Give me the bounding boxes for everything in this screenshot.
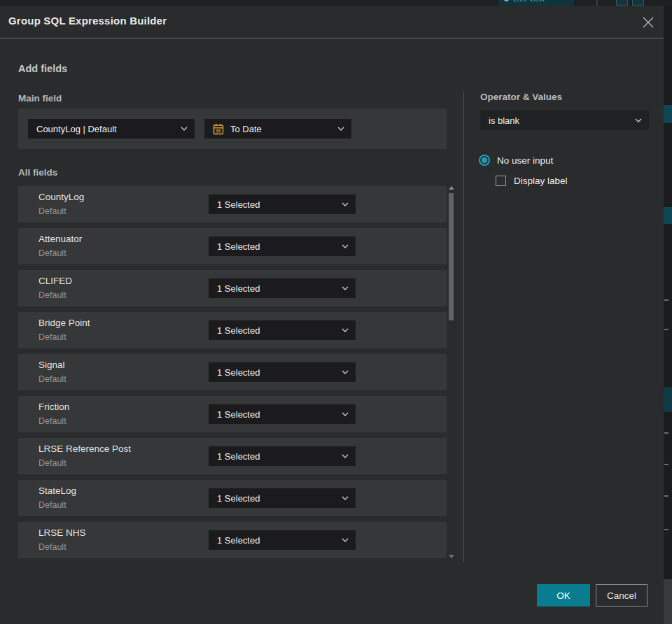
live-view-label: Live view <box>513 0 545 3</box>
background-toolbar-strip: Live view <box>0 0 672 6</box>
close-icon <box>642 16 654 29</box>
field-selection-dropdown[interactable]: 1 Selected <box>209 320 356 340</box>
dialog-header: Group SQL Expression Builder <box>0 6 664 38</box>
chevron-down-icon <box>342 496 349 500</box>
scroll-up-icon[interactable] <box>449 186 454 190</box>
live-view-button[interactable]: Live view <box>498 0 574 6</box>
field-name: CLIFED <box>38 276 72 286</box>
live-view-dot-icon <box>504 0 509 1</box>
operator-dropdown-value: is blank <box>489 115 629 126</box>
field-sublabel: Default <box>38 374 66 384</box>
field-name: Bridge Point <box>38 318 90 328</box>
toolbar-separator <box>596 0 598 6</box>
field-selection-dropdown[interactable]: 1 Selected <box>209 488 356 508</box>
close-button[interactable] <box>638 13 658 32</box>
all-fields-label: All fields <box>18 167 57 178</box>
operator-dropdown[interactable]: is blank <box>480 111 649 130</box>
field-name: LRSE NHS <box>38 527 86 538</box>
toolbar-button-fragment <box>616 0 628 6</box>
main-field-panel: CountyLog | Default To Date <box>18 108 447 149</box>
field-row-clifed: CLIFED Default 1 Selected <box>18 270 447 306</box>
chevron-down-icon <box>342 454 349 458</box>
field-selection-dropdown[interactable]: 1 Selected <box>209 404 356 424</box>
dialog-title: Group SQL Expression Builder <box>8 15 167 27</box>
scroll-down-icon[interactable] <box>449 555 454 558</box>
checkbox-unchecked-icon <box>496 176 506 186</box>
field-row-lrse-reference-post: LRSE Reference Post Default 1 Selected <box>18 438 447 474</box>
toolbar-button-fragment <box>632 0 644 6</box>
chevron-down-icon <box>342 412 349 416</box>
field-name: Attenuator <box>38 234 82 244</box>
field-selection-dropdown[interactable]: 1 Selected <box>209 530 356 550</box>
background-right-sliver <box>664 6 672 624</box>
field-sublabel: Default <box>38 248 66 258</box>
field-name: StateLog <box>38 485 76 496</box>
all-fields-scrollbar[interactable] <box>447 183 455 560</box>
field-selection-dropdown[interactable]: 1 Selected <box>209 194 356 214</box>
field-row-countylog: CountyLog Default 1 Selected <box>18 186 447 222</box>
field-sublabel: Default <box>38 416 66 426</box>
calendar-date-icon <box>213 123 224 135</box>
chevron-down-icon <box>342 286 349 290</box>
ok-button[interactable]: OK <box>537 584 590 607</box>
chevron-down-icon <box>337 127 344 131</box>
radio-selected-icon <box>479 155 490 166</box>
field-name: Friction <box>38 402 69 412</box>
main-field-label: Main field <box>18 93 62 104</box>
operator-values-label: Operator & Values <box>480 92 562 102</box>
field-selection-dropdown[interactable]: 1 Selected <box>209 236 356 256</box>
chevron-down-icon <box>181 127 188 131</box>
field-name: Signal <box>38 360 65 370</box>
field-dropdown-value: To Date <box>230 124 332 134</box>
field-sublabel: Default <box>38 458 66 468</box>
main-field-field-dropdown[interactable]: To Date <box>204 119 351 139</box>
field-row-attenuator: Attenuator Default 1 Selected <box>18 228 447 264</box>
add-fields-heading: Add fields <box>18 63 67 74</box>
chevron-down-icon <box>635 118 642 122</box>
field-name: CountyLog <box>38 192 84 202</box>
chevron-down-icon <box>342 202 349 206</box>
field-selection-dropdown[interactable]: 1 Selected <box>209 446 356 466</box>
field-name: LRSE Reference Post <box>38 444 131 454</box>
field-row-signal: Signal Default 1 Selected <box>18 354 447 390</box>
field-sublabel: Default <box>38 500 66 510</box>
field-row-friction: Friction Default 1 Selected <box>18 396 447 432</box>
field-row-statelog: StateLog Default 1 Selected <box>18 480 447 516</box>
cancel-button[interactable]: Cancel <box>596 584 648 607</box>
field-sublabel: Default <box>38 206 66 216</box>
field-sublabel: Default <box>38 542 66 552</box>
chevron-down-icon <box>342 244 349 248</box>
display-label-label: Display label <box>514 176 568 186</box>
group-sql-expression-builder-dialog: Group SQL Expression Builder Add fields … <box>0 6 664 624</box>
field-row-bridge-point: Bridge Point Default 1 Selected <box>18 312 447 348</box>
scrollbar-thumb[interactable] <box>449 193 454 320</box>
display-label-checkbox[interactable]: Display label <box>496 176 568 186</box>
field-selection-dropdown[interactable]: 1 Selected <box>209 278 356 298</box>
main-field-layer-dropdown[interactable]: CountyLog | Default <box>28 119 195 139</box>
field-row-lrse-nhs: LRSE NHS Default 1 Selected <box>18 522 447 558</box>
layer-dropdown-value: CountyLog | Default <box>36 124 175 134</box>
no-user-input-radio[interactable]: No user input <box>479 155 553 166</box>
field-sublabel: Default <box>38 290 66 300</box>
no-user-input-label: No user input <box>497 155 553 166</box>
chevron-down-icon <box>342 328 349 332</box>
chevron-down-icon <box>342 370 349 374</box>
field-selection-dropdown[interactable]: 1 Selected <box>209 362 356 382</box>
column-divider <box>463 91 464 562</box>
chevron-down-icon <box>342 538 349 542</box>
field-sublabel: Default <box>38 332 66 342</box>
